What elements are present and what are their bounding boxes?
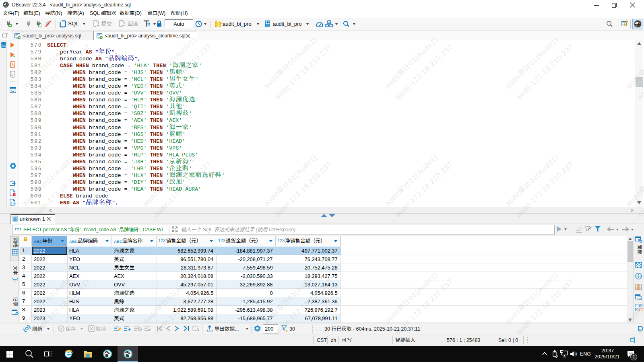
svg-text:(x): (x): [10, 202, 16, 205]
